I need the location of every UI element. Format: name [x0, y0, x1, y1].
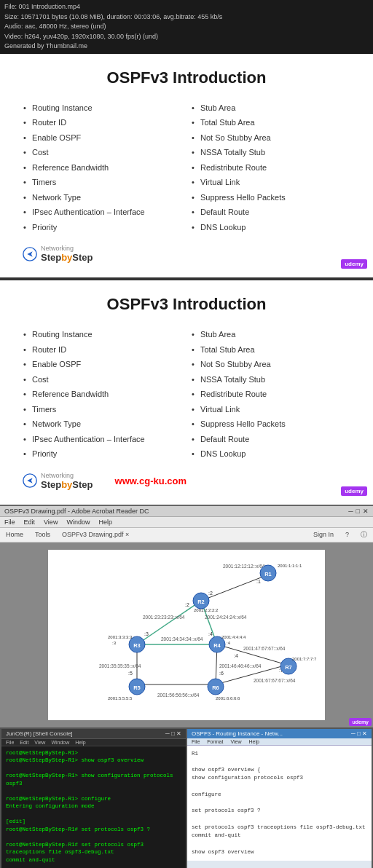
terminal-left-title: JunOS(R) [Shell Console]	[6, 730, 73, 737]
info-bar: File: 001 Introduction.mp4 Size: 1057170…	[0, 0, 373, 54]
svg-text:2001:3:3:3:3: 2001:3:3:3:3	[108, 635, 133, 639]
ospf-line	[192, 758, 367, 766]
slide1-right-list: Stub Area Total Stub Area Not So Stubby …	[190, 100, 351, 235]
omenu-format[interactable]: Format	[207, 739, 223, 744]
list-item: Default Route	[190, 432, 351, 447]
terminal-line: root@NetStepByStep-R1> configure	[6, 795, 181, 803]
toolbar-tab[interactable]: OSPFv3 Drawing.pdf ×	[62, 531, 129, 538]
terminal-left-body: root@NetStepByStep-R1> root@NetStepBySte…	[1, 746, 186, 869]
slide1-content: Routing Instance Router ID Enable OSPF C…	[22, 100, 351, 235]
svg-text:2001:46:46:46::x/64: 2001:46:46:46::x/64	[219, 663, 262, 668]
pdf-udemy-badge: udemy	[349, 718, 372, 726]
ospf-title-text: OSPF3 - Routing Instance - Netw...	[192, 730, 283, 737]
ospf-body: R1 show ospf3 overview { show configurat…	[187, 746, 372, 861]
logo-step-text: StepbyStep	[41, 252, 93, 263]
pdf-titlebar: OSPFv3 Drawing.pdf - Adobe Acrobat Reade…	[0, 506, 373, 517]
svg-text::2: :2	[208, 591, 213, 596]
minimize-icon[interactable]: ─	[348, 508, 353, 515]
svg-text:R4: R4	[213, 642, 221, 649]
list-item: Cost	[22, 145, 183, 160]
toolbar-tools[interactable]: Tools	[35, 531, 50, 538]
svg-text:2001:47:67:67::x/64: 2001:47:67:67::x/64	[243, 646, 286, 651]
networking-logo-icon	[22, 246, 38, 262]
list-item: Cost	[22, 372, 183, 387]
omenu-file[interactable]: File	[192, 739, 200, 744]
svg-text::6: :6	[219, 671, 224, 676]
list-item: NSSA Totally Stub	[190, 145, 351, 160]
menu-file[interactable]: File	[4, 518, 15, 526]
slide2-title: OSPFv3 Introduction	[22, 295, 351, 314]
slide2-left-list: Routing Instance Router ID Enable OSPF C…	[22, 327, 183, 462]
list-item: Stub Area	[190, 100, 351, 116]
ospf-line: configure	[192, 791, 367, 799]
ospf-line: show configuration protocols ospf3	[192, 774, 367, 782]
slide-panel-1: OSPFv3 Introduction Routing Instance Rou…	[0, 54, 373, 278]
list-item: Enable OSPF	[22, 357, 183, 372]
sign-in-link[interactable]: Sign In	[313, 531, 334, 538]
logo-step-text2: StepbyStep	[41, 479, 93, 490]
tmenu-edit[interactable]: Edit	[20, 740, 28, 745]
pdf-title-text: OSPFv3 Drawing.pdf - Adobe Acrobat Reade…	[4, 508, 149, 515]
list-item: IPsec Authentication – Interface	[22, 432, 183, 447]
menu-help[interactable]: Help	[98, 518, 112, 526]
svg-text::3: :3	[144, 631, 149, 636]
svg-text::1: :1	[256, 579, 261, 584]
menu-window[interactable]: Window	[66, 518, 90, 526]
pdf-viewer: OSPFv3 Drawing.pdf - Adobe Acrobat Reade…	[0, 505, 373, 727]
list-item: Virtual Link	[190, 402, 351, 417]
terminal-left-titlebar: JunOS(R) [Shell Console] ─ □ ✕	[1, 729, 186, 739]
svg-text:R2: R2	[197, 599, 205, 605]
omenu-help[interactable]: Help	[249, 739, 259, 744]
diagram-svg: 2001:12:12:12::x/64 2001:23:23:23::x/64 …	[55, 557, 325, 710]
close-icon[interactable]: ✕	[363, 508, 369, 515]
slide2-content: Routing Instance Router ID Enable OSPF C…	[22, 327, 351, 462]
terminal-line: root@NetStepByStep-R1# set protocols osp…	[6, 826, 181, 834]
toolbar-home[interactable]: Home	[6, 531, 23, 538]
ospf-line	[192, 799, 367, 807]
slide1-footer: Networking StepbyStep	[22, 245, 351, 263]
slide-panel-2: OSPFv3 Introduction Routing Instance Rou…	[0, 280, 373, 505]
list-item: Suppress Hello Packets	[190, 417, 351, 432]
svg-text:2001:35:35:35::x/64: 2001:35:35:35::x/64	[99, 663, 141, 668]
list-item: NSSA Totally Stub	[190, 372, 351, 387]
menu-view[interactable]: View	[44, 518, 58, 526]
slide2-left-col: Routing Instance Router ID Enable OSPF C…	[22, 327, 183, 462]
info-icon[interactable]: ⓘ	[361, 530, 367, 540]
terminal-line	[6, 833, 181, 841]
pdf-window-controls: ─ □ ✕	[348, 508, 369, 515]
slide1-right-col: Stub Area Total Stub Area Not So Stubby …	[190, 100, 351, 235]
tmenu-file[interactable]: File	[6, 740, 14, 745]
list-item: Total Stub Area	[190, 342, 351, 358]
list-item: Timers	[22, 402, 183, 417]
maximize-icon[interactable]: □	[356, 508, 360, 515]
omenu-view[interactable]: View	[230, 739, 241, 744]
networking-logo-icon2	[22, 473, 38, 489]
list-item: Enable OSPF	[22, 130, 183, 146]
list-item: Timers	[22, 175, 183, 190]
terminal-right: OSPF3 - Routing Instance - Netw... ─ □ ✕…	[187, 729, 372, 869]
info-line2: Size: 10571701 bytes (10.08 MiB), durati…	[4, 12, 369, 23]
menu-edit[interactable]: Edit	[24, 518, 36, 526]
logo-networking-text2: Networking	[41, 472, 93, 479]
list-item: DNS Lookup	[190, 220, 351, 235]
terminal-left: JunOS(R) [Shell Console] ─ □ ✕ File Edit…	[1, 729, 186, 869]
tmenu-view[interactable]: View	[34, 740, 45, 745]
slide2-right-col: Stub Area Total Stub Area Not So Stubby …	[190, 327, 351, 462]
svg-text:2001:56:56:56::x/64: 2001:56:56:56::x/64	[157, 693, 200, 698]
tmenu-help[interactable]: Help	[75, 740, 85, 745]
svg-text:2001:34:34:34::x/64: 2001:34:34:34::x/64	[161, 636, 203, 642]
slide1-left-col: Routing Instance Router ID Enable OSPF C…	[22, 100, 183, 235]
terminal-line: root@NetStepByStep-R1# set protocols osp…	[6, 841, 181, 856]
list-item: Suppress Hello Packets	[190, 190, 351, 205]
terminal-line: [edit]	[6, 818, 181, 826]
tmenu-window[interactable]: Window	[51, 740, 69, 745]
svg-text:2001:67:67:67::x/64: 2001:67:67:67::x/64	[254, 678, 296, 683]
slide1-title: OSPFv3 Introduction	[22, 68, 351, 87]
svg-text:2001:24:24:24::x/64: 2001:24:24:24::x/64	[205, 615, 247, 620]
list-item: Priority	[22, 220, 183, 235]
list-item: Not So Stubby Area	[190, 130, 351, 146]
ospf-line: show ospf3 overview {	[192, 766, 367, 774]
info-line1: File: 001 Introduction.mp4	[4, 2, 369, 12]
svg-text:R6: R6	[212, 684, 219, 691]
help-icon[interactable]: ?	[345, 531, 349, 538]
